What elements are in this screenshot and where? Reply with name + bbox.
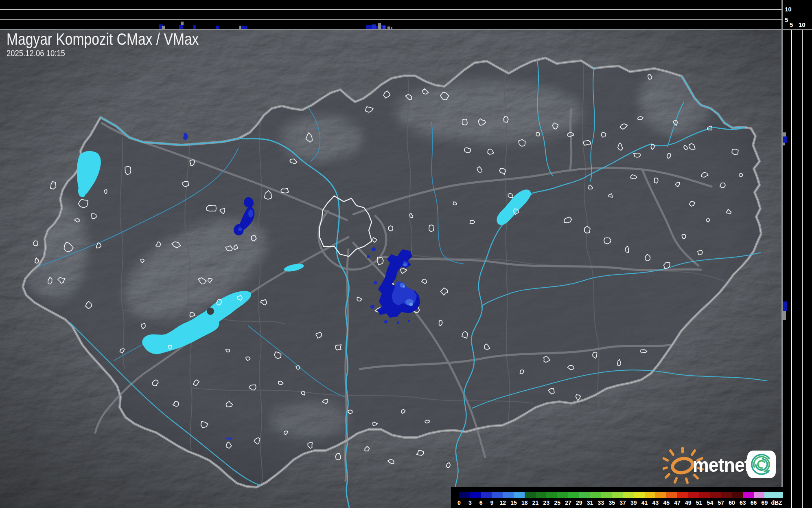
dbz-tick-label: 35 <box>608 499 615 506</box>
dbz-tick-label: 9 <box>490 499 493 506</box>
dbz-tick-label: 21 <box>532 499 539 506</box>
echotop-mark <box>372 24 376 29</box>
dbz-segment <box>525 492 536 498</box>
dbz-tick-label: 25 <box>554 499 560 506</box>
echotop-panel-horizontal <box>0 0 781 29</box>
timestamp: 2025.12.06 10:15 <box>7 48 65 59</box>
echotop-mark <box>162 26 165 29</box>
dbz-tick-label: 41 <box>641 499 648 506</box>
dbz-tick-label: 0 <box>457 499 461 506</box>
dbz-segment <box>481 492 492 498</box>
dbz-segment <box>764 492 783 498</box>
dbz-segment <box>503 492 514 498</box>
dbz-segment <box>601 492 612 498</box>
echotop-mark <box>383 26 385 29</box>
echotop-mark <box>179 25 183 29</box>
echotop-mark <box>241 26 247 29</box>
dbz-tick-label: 49 <box>685 499 692 506</box>
height-line-right-5km <box>791 29 792 508</box>
dbz-tick-label: 23 <box>543 499 550 506</box>
echotop-mark <box>366 25 372 29</box>
radar-echo-small-s <box>226 438 232 440</box>
dbz-segment <box>470 492 481 498</box>
scale-label-10km-top: 10 <box>785 6 792 13</box>
dbz-segment <box>645 492 656 498</box>
echotop-mark <box>783 143 785 145</box>
dbz-segment <box>546 492 557 498</box>
dbz-tick-label: 45 <box>663 499 670 506</box>
echotop-mark <box>783 132 786 136</box>
height-line-right-10km <box>802 29 803 508</box>
dbz-segment <box>743 492 754 498</box>
scale-label-10km-right: 10 <box>799 21 805 28</box>
dbz-tick-label: 57 <box>718 499 724 506</box>
dbz-segment <box>699 492 710 498</box>
dbz-tick-label: 60 <box>729 499 735 506</box>
dbz-tick-label: 54 <box>707 499 714 506</box>
dbz-segment <box>514 492 525 498</box>
dbz-tick-label: 63 <box>740 499 746 506</box>
hungary-radar-map <box>0 29 781 508</box>
dbz-segment <box>623 492 634 498</box>
dbz-segment <box>459 492 470 498</box>
dbz-tick-label: 6 <box>479 499 483 506</box>
dbz-segment <box>590 492 601 498</box>
dbz-segment <box>579 492 590 498</box>
echotop-panel-vertical <box>781 0 812 508</box>
dbz-tick-label: 29 <box>576 499 582 506</box>
dbz-tick-label: 43 <box>652 499 659 506</box>
dbz-tick-label: 18 <box>521 499 528 506</box>
dbz-tick-label: 39 <box>630 499 637 506</box>
dbz-segment <box>688 492 699 498</box>
echotop-mark <box>181 22 184 25</box>
echotop-mark <box>783 311 786 320</box>
radar-composite-screen: 10 5 5 10 Magyar Kompozit CMax / VMax 20… <box>0 0 812 508</box>
height-line-10km <box>0 9 781 10</box>
dbz-segment <box>721 492 732 498</box>
tihany-notch <box>207 308 214 315</box>
dbz-tick-label: 69 <box>762 499 768 506</box>
echotop-mark <box>783 301 787 311</box>
dbz-segment <box>677 492 688 498</box>
scale-label-5km-right: 5 <box>790 21 793 28</box>
metnet-logo[interactable]: metnet <box>663 446 781 484</box>
dbz-segment <box>754 492 765 498</box>
echotop-mark <box>193 25 196 29</box>
dbz-segment <box>732 492 743 498</box>
dbz-segment <box>568 492 579 498</box>
dbz-tick-label: 33 <box>598 499 604 506</box>
metnet-app-icon <box>747 451 776 478</box>
dbz-segment <box>492 492 503 498</box>
dbz-segment <box>655 492 666 498</box>
dbz-tick-label: 3 <box>468 499 472 506</box>
dbz-segment <box>536 492 547 498</box>
scale-label-5km-top: 5 <box>785 16 788 23</box>
dbz-segment <box>634 492 645 498</box>
page-title: Magyar Kompozit CMax / VMax <box>7 30 199 48</box>
dbz-tick-label: 37 <box>619 499 626 506</box>
dbz-segment <box>612 492 623 498</box>
panel-baseline-vertical <box>781 0 783 508</box>
echotop-mark <box>378 23 381 29</box>
echotop-mark <box>783 136 787 143</box>
dbz-segment <box>666 492 677 498</box>
dbz-tick-label: 15 <box>510 499 517 506</box>
dbz-tick-label: 27 <box>565 499 571 506</box>
dbz-tick-label: 66 <box>751 499 757 506</box>
dbz-unit-label: dBZ <box>771 499 782 506</box>
height-line-5km <box>0 19 781 20</box>
dbz-segment <box>557 492 568 498</box>
dbz-tick-label: 47 <box>674 499 681 506</box>
dbz-tick-label: 31 <box>587 499 593 506</box>
dbz-tick-label: 12 <box>499 499 506 506</box>
dbz-tick-label: 51 <box>696 499 703 506</box>
echotop-mark <box>216 26 219 29</box>
dbz-color-scale: dBZ 036912151821232527293133353739414345… <box>451 487 788 508</box>
metnet-wordmark: metnet <box>693 454 750 476</box>
dbz-segment <box>710 492 721 498</box>
